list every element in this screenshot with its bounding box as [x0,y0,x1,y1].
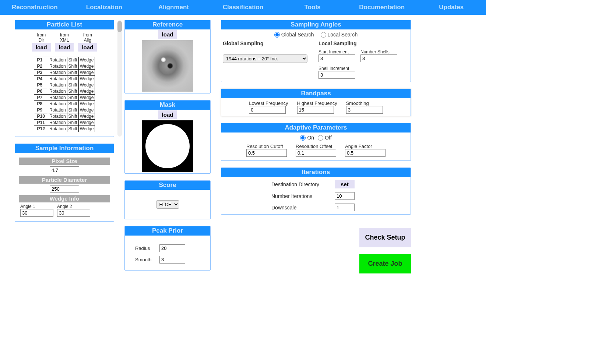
num-iterations-input[interactable] [335,192,355,200]
number-shells-input[interactable] [360,54,397,62]
particle-wedge-cell[interactable]: Wedge [78,113,95,119]
particle-shift-cell[interactable]: Shift [67,100,78,107]
particle-rotation-cell[interactable]: Rotation [48,126,67,132]
particle-wedge-cell[interactable]: Wedge [78,126,95,132]
particle-shift-cell[interactable]: Shift [67,57,78,63]
global-search-radio[interactable]: Global Search [274,32,314,38]
dest-dir-set-button[interactable]: set [335,180,355,188]
particle-id-cell[interactable]: P12 [34,126,48,132]
particle-wedge-cell[interactable]: Wedge [78,75,95,82]
particle-shift-cell[interactable]: Shift [67,63,78,69]
create-job-button[interactable]: Create Job [359,254,411,273]
global-sampling-select[interactable]: 1944 rotations – 20° Inc. [223,54,307,63]
particle-list-scrollbar[interactable] [117,20,122,137]
particle-id-cell[interactable]: P11 [34,119,48,126]
start-increment-input[interactable] [318,54,355,62]
angle2-input[interactable] [57,209,90,217]
particle-wedge-cell[interactable]: Wedge [78,100,95,107]
table-row: P6RotationShiftWedge [34,88,95,94]
nav-reconstruction[interactable]: Reconstruction [0,1,70,13]
lowest-freq-label: Lowest Frequency [249,100,288,106]
adaptive-on-radio[interactable]: On [300,135,314,141]
mask-load-button[interactable]: load [158,110,177,119]
adaptive-off-radio[interactable]: Off [318,135,331,141]
nav-alignment[interactable]: Alignment [139,1,208,13]
particle-shift-cell[interactable]: Shift [67,88,78,94]
particle-rotation-cell[interactable]: Rotation [48,119,67,126]
particle-rotation-cell[interactable]: Rotation [48,63,67,69]
particle-shift-cell[interactable]: Shift [67,119,78,126]
shell-increment-label: Shell Increment [318,66,397,71]
shell-increment-input[interactable] [318,71,355,79]
sampling-angles-title: Sampling Angles [221,20,411,29]
particle-wedge-cell[interactable]: Wedge [78,94,95,100]
load-from-alig-button[interactable]: load [78,43,97,52]
particle-shift-cell[interactable]: Shift [67,107,78,113]
sample-info-panel: Sample Information Pixel Size Particle D… [15,144,114,222]
particle-wedge-cell[interactable]: Wedge [78,82,95,88]
number-shells-label: Number Shells [360,49,397,54]
load-from-dir-button[interactable]: load [32,43,51,52]
angle-factor-input[interactable] [345,149,386,157]
adaptive-panel: Adaptive Parameters On Off Resolution Cu… [221,123,411,161]
particle-shift-cell[interactable]: Shift [67,126,78,132]
particle-id-cell[interactable]: P4 [34,75,48,82]
pixel-size-input[interactable] [50,166,79,174]
wedge-info-heading: Wedge Info [19,195,110,202]
particle-id-cell[interactable]: P1 [34,57,48,63]
res-offset-input[interactable] [296,149,336,157]
particle-id-cell[interactable]: P8 [34,100,48,107]
particle-shift-cell[interactable]: Shift [67,82,78,88]
particle-rotation-cell[interactable]: Rotation [48,75,67,82]
angle1-input[interactable] [20,209,53,217]
particle-wedge-cell[interactable]: Wedge [78,57,95,63]
particle-rotation-cell[interactable]: Rotation [48,82,67,88]
particle-rotation-cell[interactable]: Rotation [48,100,67,107]
radius-input[interactable] [159,244,185,252]
particle-rotation-cell[interactable]: Rotation [48,69,67,75]
particle-shift-cell[interactable]: Shift [67,69,78,75]
particle-id-cell[interactable]: P10 [34,113,48,119]
lowest-freq-input[interactable] [249,106,286,114]
particle-id-cell[interactable]: P2 [34,63,48,69]
downscale-input[interactable] [335,204,355,211]
highest-freq-input[interactable] [297,106,334,114]
particle-rotation-cell[interactable]: Rotation [48,94,67,100]
particle-rotation-cell[interactable]: Rotation [48,57,67,63]
particle-wedge-cell[interactable]: Wedge [78,63,95,69]
nav-classification[interactable]: Classification [208,1,278,13]
particle-shift-cell[interactable]: Shift [67,75,78,82]
smoothing-input[interactable] [346,106,383,114]
particle-id-cell[interactable]: P7 [34,94,48,100]
particle-wedge-cell[interactable]: Wedge [78,119,95,126]
iterations-panel: Iterations Destination Directory set Num… [221,167,411,215]
particle-wedge-cell[interactable]: Wedge [78,107,95,113]
particle-id-cell[interactable]: P3 [34,69,48,75]
res-cutoff-input[interactable] [246,149,287,157]
load-from-xml-button[interactable]: load [55,43,74,52]
reference-load-button[interactable]: load [158,30,177,39]
particle-wedge-cell[interactable]: Wedge [78,88,95,94]
particle-wedge-cell[interactable]: Wedge [78,69,95,75]
particle-shift-cell[interactable]: Shift [67,113,78,119]
score-select[interactable]: FLCF [156,200,179,209]
particle-id-cell[interactable]: P5 [34,82,48,88]
smooth-input[interactable] [159,256,185,264]
particle-rotation-cell[interactable]: Rotation [48,107,67,113]
particle-id-cell[interactable]: P6 [34,88,48,94]
table-row: P7RotationShiftWedge [34,94,95,100]
reference-panel: Reference load [124,20,211,93]
local-search-radio[interactable]: Local Search [321,32,358,38]
dest-dir-label: Destination Directory [271,181,330,187]
res-cutoff-label: Resolution Cutoff [246,144,283,149]
particle-id-cell[interactable]: P9 [34,107,48,113]
nav-tools[interactable]: Tools [278,1,347,13]
particle-rotation-cell[interactable]: Rotation [48,88,67,94]
nav-documentation[interactable]: Documentation [347,1,417,13]
particle-rotation-cell[interactable]: Rotation [48,113,67,119]
nav-localization[interactable]: Localization [70,1,139,13]
nav-updates[interactable]: Updates [416,1,486,13]
check-setup-button[interactable]: Check Setup [359,228,411,247]
particle-shift-cell[interactable]: Shift [67,94,78,100]
particle-diameter-input[interactable] [50,185,79,193]
